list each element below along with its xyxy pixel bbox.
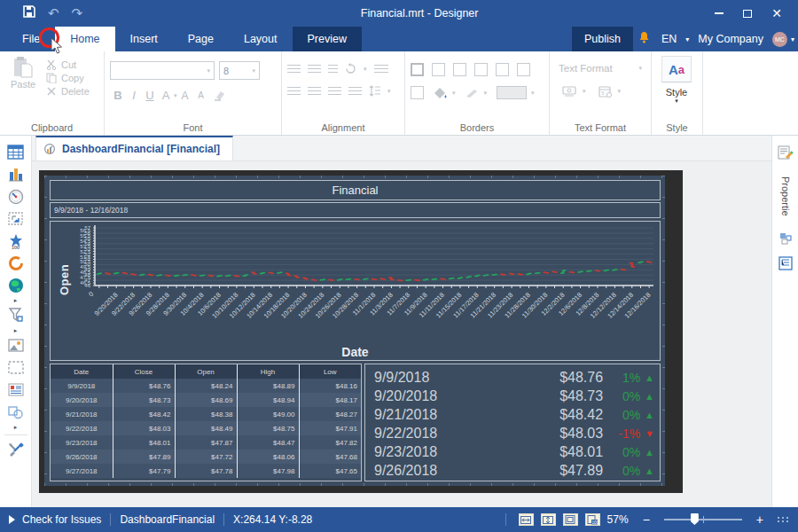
- zoom-slider-thumb[interactable]: [691, 513, 699, 525]
- bold-button[interactable]: B: [110, 89, 126, 102]
- avatar[interactable]: MC: [772, 32, 787, 47]
- tab-layout[interactable]: Layout: [229, 27, 293, 51]
- grow-font-button[interactable]: A: [177, 90, 193, 102]
- chevron-down-icon[interactable]: ▾: [618, 88, 622, 95]
- account-name[interactable]: My Company: [692, 33, 769, 45]
- chevron-down-icon[interactable]: ▾: [531, 90, 535, 97]
- fill-color-icon[interactable]: [434, 87, 448, 99]
- font-size-select[interactable]: 8▾: [219, 61, 260, 80]
- report-tree-panel-button[interactable]: [776, 254, 795, 273]
- chevron-down-icon[interactable]: ▾: [484, 90, 488, 97]
- chevron-down-icon[interactable]: ▾: [675, 98, 678, 105]
- statusbar-doc-name[interactable]: DashboardFinancial: [111, 513, 223, 526]
- price-list-panel[interactable]: 9/9/2018$48.761%▲9/20/2018$48.730%▲9/21/…: [364, 364, 661, 481]
- more-filters-arrow-icon[interactable]: ▸: [4, 326, 28, 334]
- dictionary-panel-button[interactable]: [776, 229, 795, 248]
- gauge-tool-button[interactable]: [4, 185, 28, 207]
- maximize-icon[interactable]: [743, 10, 752, 18]
- properties-panel-button[interactable]: [776, 143, 795, 162]
- justify-icon[interactable]: [348, 87, 362, 96]
- border-all-icon[interactable]: [411, 63, 424, 76]
- shrink-font-button[interactable]: A: [193, 90, 209, 100]
- currency-format-icon[interactable]: [562, 86, 577, 98]
- design-canvas[interactable]: Financial 9/9/2018 - 12/16/2018 Open 464…: [32, 161, 771, 507]
- tools-button[interactable]: [4, 439, 28, 461]
- align-middle-icon[interactable]: [308, 65, 321, 74]
- border-left-icon[interactable]: [474, 63, 488, 76]
- image-tool-button[interactable]: [4, 334, 28, 356]
- zoom-slider[interactable]: [664, 519, 742, 520]
- text-tool-button[interactable]: [4, 379, 28, 401]
- whole-page-zoom-icon[interactable]: [563, 513, 578, 526]
- border-outside-icon[interactable]: [453, 63, 466, 76]
- progress-tool-button[interactable]: [4, 252, 28, 274]
- save-icon[interactable]: [23, 5, 35, 21]
- publish-button[interactable]: Publish: [572, 27, 633, 51]
- tab-home[interactable]: Home: [55, 27, 114, 51]
- dashboard-title-panel[interactable]: Financial: [50, 180, 661, 200]
- minimize-icon[interactable]: [715, 12, 724, 14]
- chevron-down-icon[interactable]: ▾: [787, 35, 798, 43]
- line-spacing-icon[interactable]: [369, 85, 380, 97]
- properties-tab-label[interactable]: Propertie: [780, 176, 791, 216]
- brush-icon[interactable]: [466, 88, 480, 98]
- zoom-100-icon[interactable]: 100: [585, 513, 600, 526]
- check-issues-button[interactable]: Check for Issues: [0, 513, 110, 526]
- font-family-select[interactable]: ▾: [110, 61, 215, 80]
- chevron-down-icon[interactable]: ▾: [452, 90, 456, 97]
- redo-icon[interactable]: ↷: [72, 5, 83, 21]
- table-tool-button[interactable]: [4, 141, 28, 163]
- zoom-out-button[interactable]: −: [636, 512, 657, 527]
- filter-tool-button[interactable]: [4, 304, 28, 326]
- font-color-button[interactable]: A: [158, 89, 174, 102]
- border-right-icon[interactable]: [517, 63, 530, 76]
- clear-format-icon[interactable]: [213, 90, 226, 101]
- align-right-icon[interactable]: [328, 87, 341, 96]
- border-bottom-icon[interactable]: [411, 86, 424, 99]
- zoom-in-button[interactable]: +: [749, 512, 771, 527]
- italic-button[interactable]: I: [126, 89, 142, 102]
- indicator-tool-button[interactable]: 100: [4, 230, 28, 252]
- chevron-down-icon[interactable]: ▾: [583, 88, 586, 95]
- chevron-down-icon[interactable]: ▾: [387, 88, 391, 95]
- shape-tool-button[interactable]: [4, 401, 28, 423]
- chevron-down-icon[interactable]: ▾: [364, 66, 367, 73]
- undo-icon[interactable]: ↶: [48, 5, 59, 21]
- tab-page[interactable]: Page: [173, 27, 229, 51]
- text-format-dropdown[interactable]: Text Format: [559, 63, 613, 74]
- chevron-down-icon[interactable]: ▾: [638, 65, 642, 72]
- resize-grip[interactable]: [778, 517, 789, 522]
- tab-insert[interactable]: Insert: [115, 27, 173, 51]
- panel-tool-button[interactable]: [4, 356, 28, 379]
- map-tool-button[interactable]: [4, 274, 28, 296]
- copy-button[interactable]: Copy: [46, 73, 90, 83]
- candlestick-chart-panel[interactable]: Open 4646.54747.54848.54949.55050.55151.…: [50, 221, 661, 361]
- chevron-down-icon[interactable]: ▾: [682, 35, 692, 43]
- document-tab[interactable]: DashboardFinancial [Financial]: [35, 136, 233, 161]
- more-maps-arrow-icon[interactable]: ▸: [4, 296, 28, 304]
- align-center-icon[interactable]: [308, 87, 321, 96]
- more-shapes-arrow-icon[interactable]: ▸: [4, 423, 28, 431]
- wrap-text-icon[interactable]: [374, 65, 388, 74]
- notifications-bell-icon[interactable]: [633, 31, 656, 47]
- tab-preview[interactable]: Preview: [293, 27, 362, 51]
- date-range-panel[interactable]: 9/9/2018 - 12/16/2018: [50, 202, 661, 218]
- text-rotate-icon[interactable]: [345, 63, 356, 74]
- page-width-zoom-icon[interactable]: [519, 513, 534, 526]
- language-selector[interactable]: EN: [656, 33, 682, 45]
- border-top-icon[interactable]: [496, 63, 509, 76]
- date-format-icon[interactable]: 5: [598, 85, 613, 98]
- close-icon[interactable]: ✕: [771, 6, 782, 20]
- dashboard-page[interactable]: Financial 9/9/2018 - 12/16/2018 Open 464…: [44, 176, 665, 486]
- chart-tool-button[interactable]: [4, 163, 28, 185]
- paste-button[interactable]: Paste: [5, 56, 41, 97]
- border-none-icon[interactable]: [432, 63, 445, 76]
- page-height-zoom-icon[interactable]: [541, 513, 556, 526]
- align-left-icon[interactable]: [287, 87, 301, 96]
- price-table-panel[interactable]: DateCloseOpenHighLow 9/9/2018$48.76$48.2…: [50, 364, 362, 481]
- border-color-swatch[interactable]: [497, 86, 527, 99]
- align-bottom-icon[interactable]: [328, 65, 338, 74]
- align-top-icon[interactable]: [287, 65, 301, 74]
- pivot-tool-button[interactable]: [4, 207, 28, 230]
- cut-button[interactable]: Cut: [46, 59, 90, 70]
